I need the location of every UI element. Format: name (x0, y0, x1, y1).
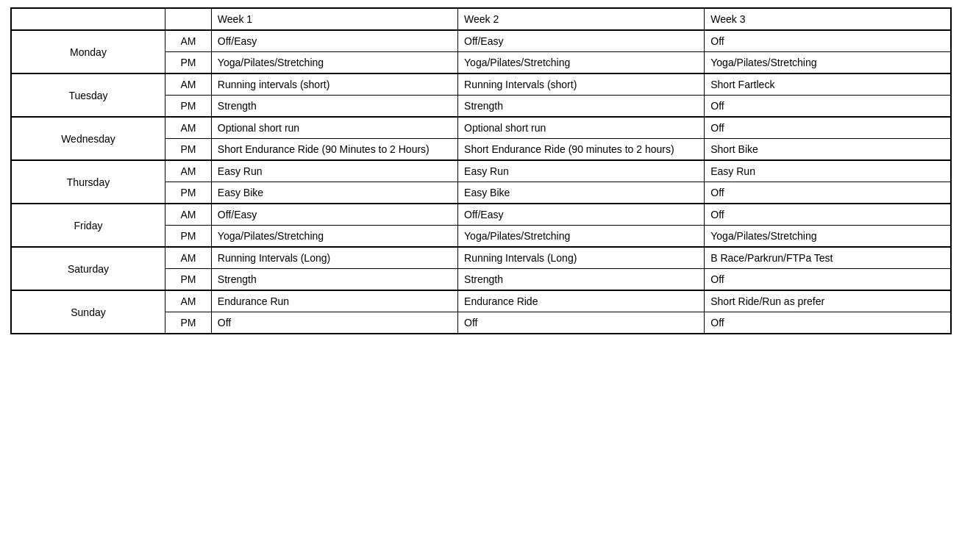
cell-tuesday-pm-week2: Strength (458, 96, 705, 118)
table-row: MondayAMOff/EasyOff/EasyOff (11, 30, 951, 52)
ampm-cell-sunday-am: AM (165, 290, 212, 312)
day-cell-wednesday: Wednesday (11, 117, 165, 160)
cell-sunday-pm-week1: Off (211, 312, 457, 334)
cell-tuesday-am-week3: Short Fartleck (705, 73, 951, 96)
ampm-cell-tuesday-am: AM (165, 73, 212, 96)
cell-sunday-am-week1: Endurance Run (211, 290, 457, 312)
cell-wednesday-pm-week3: Short Bike (705, 139, 951, 161)
cell-wednesday-am-week2: Optional short run (458, 117, 705, 139)
cell-monday-am-week2: Off/Easy (458, 30, 705, 52)
day-cell-monday: Monday (11, 30, 165, 73)
cell-thursday-pm-week3: Off (705, 182, 951, 204)
cell-friday-pm-week1: Yoga/Pilates/Stretching (211, 226, 457, 248)
ampm-cell-sunday-pm: PM (165, 312, 212, 334)
table-row: WednesdayAMOptional short runOptional sh… (11, 117, 951, 139)
cell-thursday-am-week3: Easy Run (705, 160, 951, 182)
cell-saturday-pm-week1: Strength (211, 269, 457, 291)
table-row: FridayAMOff/EasyOff/EasyOff (11, 204, 951, 226)
table-row: SaturdayAMRunning Intervals (Long)Runnin… (11, 247, 951, 269)
cell-monday-am-week1: Off/Easy (211, 30, 457, 52)
cell-sunday-am-week3: Short Ride/Run as prefer (705, 290, 951, 312)
day-cell-friday: Friday (11, 204, 165, 247)
cell-sunday-pm-week2: Off (458, 312, 705, 334)
week2-header: Week 2 (458, 8, 705, 30)
cell-friday-am-week1: Off/Easy (211, 204, 457, 226)
table-row: SundayAMEndurance RunEndurance RideShort… (11, 290, 951, 312)
cell-saturday-am-week3: B Race/Parkrun/FTPa Test (705, 247, 951, 269)
ampm-cell-friday-am: AM (165, 204, 212, 226)
header-row: Week 1 Week 2 Week 3 (11, 8, 951, 30)
ampm-cell-friday-pm: PM (165, 226, 212, 248)
cell-thursday-pm-week2: Easy Bike (458, 182, 705, 204)
cell-sunday-pm-week3: Off (705, 312, 951, 334)
cell-wednesday-pm-week2: Short Endurance Ride (90 minutes to 2 ho… (458, 139, 705, 161)
week3-header: Week 3 (705, 8, 951, 30)
week1-header: Week 1 (211, 8, 457, 30)
cell-thursday-pm-week1: Easy Bike (211, 182, 457, 204)
cell-sunday-am-week2: Endurance Ride (458, 290, 705, 312)
cell-saturday-pm-week2: Strength (458, 269, 705, 291)
cell-friday-am-week2: Off/Easy (458, 204, 705, 226)
cell-monday-am-week3: Off (705, 30, 951, 52)
cell-saturday-am-week2: Running Intervals (Long) (458, 247, 705, 269)
ampm-cell-saturday-am: AM (165, 247, 212, 269)
cell-monday-pm-week2: Yoga/Pilates/Stretching (458, 52, 705, 74)
day-cell-thursday: Thursday (11, 160, 165, 204)
cell-monday-pm-week3: Yoga/Pilates/Stretching (705, 52, 951, 74)
ampm-cell-wednesday-pm: PM (165, 139, 212, 161)
ampm-cell-wednesday-am: AM (165, 117, 212, 139)
ampm-cell-monday-am: AM (165, 30, 212, 52)
cell-monday-pm-week1: Yoga/Pilates/Stretching (211, 52, 457, 74)
header-day-spacer (11, 8, 165, 30)
cell-wednesday-am-week3: Off (705, 117, 951, 139)
cell-tuesday-am-week1: Running intervals (short) (211, 73, 457, 96)
cell-thursday-am-week1: Easy Run (211, 160, 457, 182)
header-ampm-spacer (165, 8, 212, 30)
ampm-cell-thursday-pm: PM (165, 182, 212, 204)
cell-friday-am-week3: Off (705, 204, 951, 226)
cell-friday-pm-week3: Yoga/Pilates/Stretching (705, 226, 951, 248)
day-cell-saturday: Saturday (11, 247, 165, 290)
day-cell-tuesday: Tuesday (11, 73, 165, 117)
cell-tuesday-pm-week1: Strength (211, 96, 457, 118)
cell-saturday-am-week1: Running Intervals (Long) (211, 247, 457, 269)
cell-thursday-am-week2: Easy Run (458, 160, 705, 182)
table-row: TuesdayAMRunning intervals (short)Runnin… (11, 73, 951, 96)
ampm-cell-monday-pm: PM (165, 52, 212, 74)
cell-tuesday-am-week2: Running Intervals (short) (458, 73, 705, 96)
cell-friday-pm-week2: Yoga/Pilates/Stretching (458, 226, 705, 248)
table-row: ThursdayAMEasy RunEasy RunEasy Run (11, 160, 951, 182)
cell-tuesday-pm-week3: Off (705, 96, 951, 118)
cell-wednesday-pm-week1: Short Endurance Ride (90 Minutes to 2 Ho… (211, 139, 457, 161)
ampm-cell-thursday-am: AM (165, 160, 212, 182)
ampm-cell-saturday-pm: PM (165, 269, 212, 291)
schedule-table: Week 1 Week 2 Week 3 MondayAMOff/EasyOff… (10, 7, 952, 334)
day-cell-sunday: Sunday (11, 290, 165, 334)
cell-saturday-pm-week3: Off (705, 269, 951, 291)
cell-wednesday-am-week1: Optional short run (211, 117, 457, 139)
ampm-cell-tuesday-pm: PM (165, 96, 212, 118)
